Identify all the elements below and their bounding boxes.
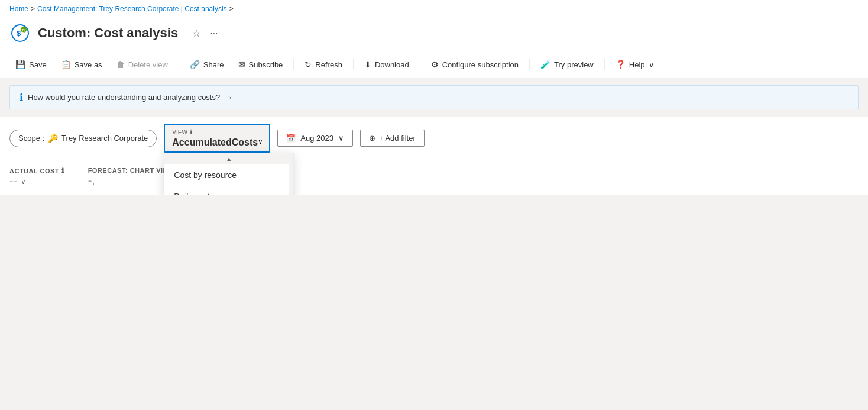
add-filter-label: + Add filter: [379, 134, 416, 143]
scroll-up-arrow[interactable]: ▲: [164, 153, 293, 164]
pin-button[interactable]: ☆: [190, 27, 203, 40]
delete-icon: 🗑: [116, 60, 125, 69]
filter-bar: Scope : 🔑 Trey Research Corporate VIEW ℹ…: [0, 117, 868, 160]
forecast-value: -.: [88, 174, 174, 188]
forecast-section: FORECAST: CHART VIEW -.: [88, 167, 174, 188]
delete-view-button[interactable]: 🗑 Delete view: [111, 56, 174, 73]
configure-subscription-button[interactable]: ⚙ Configure subscription: [425, 56, 524, 73]
toolbar-separator-2: [293, 59, 294, 70]
more-options-button[interactable]: ···: [208, 27, 220, 40]
actual-cost-label: ACTUAL COST ℹ: [9, 167, 64, 175]
scope-key-icon: 🔑: [48, 134, 58, 143]
refresh-button[interactable]: ↻ Refresh: [299, 56, 348, 73]
share-icon: 🔗: [190, 60, 200, 69]
info-icon: ℹ: [20, 92, 23, 103]
scrollbar-track: [289, 164, 293, 195]
view-chevron-icon: ∨: [258, 137, 263, 146]
cost-analysis-icon: $ g: [9, 22, 31, 44]
dropdown-item-cost-by-resource[interactable]: Cost by resource: [164, 164, 293, 186]
toolbar: 💾 Save 📋 Save as 🗑 Delete view 🔗 Share ✉…: [0, 51, 868, 78]
cost-header: ACTUAL COST ℹ -- ∨ FORECAST: CHART VIEW …: [0, 160, 868, 195]
scope-label: Scope :: [18, 134, 44, 143]
dropdown-item-daily-costs[interactable]: Daily costs: [164, 186, 293, 195]
view-dropdown-button[interactable]: VIEW ℹ AccumulatedCosts ∨: [164, 124, 270, 153]
toolbar-separator-4: [420, 59, 420, 70]
toolbar-separator-3: [353, 59, 354, 70]
download-button[interactable]: ⬇ Download: [358, 56, 415, 73]
refresh-icon: ↻: [305, 60, 312, 69]
date-picker-button[interactable]: 📅 Aug 2023 ∨: [277, 130, 353, 147]
title-actions: ☆ ···: [190, 27, 220, 40]
scope-value: Trey Research Corporate: [61, 134, 148, 143]
date-value: Aug 2023: [300, 134, 333, 143]
page-title: Custom: Cost analysis: [38, 25, 178, 41]
actual-cost-chevron-icon[interactable]: ∨: [21, 177, 26, 186]
download-icon: ⬇: [364, 60, 371, 69]
actual-cost-section: ACTUAL COST ℹ -- ∨: [9, 167, 64, 188]
forecast-label: FORECAST: CHART VIEW: [88, 167, 174, 174]
subscribe-icon: ✉: [238, 60, 245, 69]
save-as-icon: 📋: [61, 60, 71, 69]
dropdown-scroll-container: Cost by resource Daily costs Cost by ser…: [164, 164, 293, 195]
toolbar-separator-5: [529, 59, 530, 70]
help-icon: ❓: [616, 60, 626, 69]
share-button[interactable]: 🔗 Share: [184, 56, 230, 73]
toolbar-separator-6: [604, 59, 605, 70]
breadcrumb-sep1: >: [31, 5, 35, 13]
subscribe-button[interactable]: ✉ Subscribe: [232, 56, 289, 73]
svg-text:g: g: [22, 27, 25, 33]
add-filter-button[interactable]: ⊕ + Add filter: [360, 130, 425, 147]
view-dropdown-menu: ▲ Cost by resource Daily costs Cost by s…: [164, 153, 294, 195]
help-chevron-icon: ∨: [649, 60, 655, 69]
info-arrow[interactable]: →: [225, 93, 232, 102]
view-label: VIEW ℹ: [172, 128, 192, 136]
add-filter-icon: ⊕: [369, 134, 375, 143]
save-as-button[interactable]: 📋 Save as: [55, 56, 108, 73]
info-bar: ℹ How would you rate understanding and a…: [9, 85, 859, 109]
svg-text:$: $: [17, 29, 21, 38]
breadcrumb-sep2: >: [229, 5, 234, 13]
try-preview-button[interactable]: 🧪 Try preview: [535, 56, 600, 73]
breadcrumb-home[interactable]: Home: [9, 5, 28, 13]
help-button[interactable]: ❓ Help ∨: [610, 56, 660, 73]
save-icon: 💾: [15, 60, 25, 69]
toolbar-separator-1: [179, 59, 179, 70]
date-chevron-icon: ∨: [338, 134, 344, 143]
actual-cost-value: -- ∨: [9, 175, 64, 188]
calendar-icon: 📅: [286, 134, 296, 143]
breadcrumb-cost-mgmt[interactable]: Cost Management: Trey Research Corporate…: [37, 5, 227, 13]
actual-cost-info-icon: ℹ: [61, 167, 64, 175]
scope-button[interactable]: Scope : 🔑 Trey Research Corporate: [9, 130, 157, 147]
breadcrumb: Home > Cost Management: Trey Research Co…: [0, 0, 868, 18]
gear-icon: ⚙: [431, 60, 439, 69]
info-message: How would you rate understanding and ana…: [28, 93, 220, 102]
title-bar: $ g Custom: Cost analysis ☆ ···: [0, 18, 868, 51]
save-button[interactable]: 💾 Save: [9, 56, 53, 73]
view-value: AccumulatedCosts: [172, 137, 258, 148]
view-info-icon: ℹ: [190, 128, 192, 136]
preview-icon: 🧪: [540, 60, 550, 69]
view-dropdown-container: VIEW ℹ AccumulatedCosts ∨ ▲ Cost by reso…: [164, 124, 270, 153]
